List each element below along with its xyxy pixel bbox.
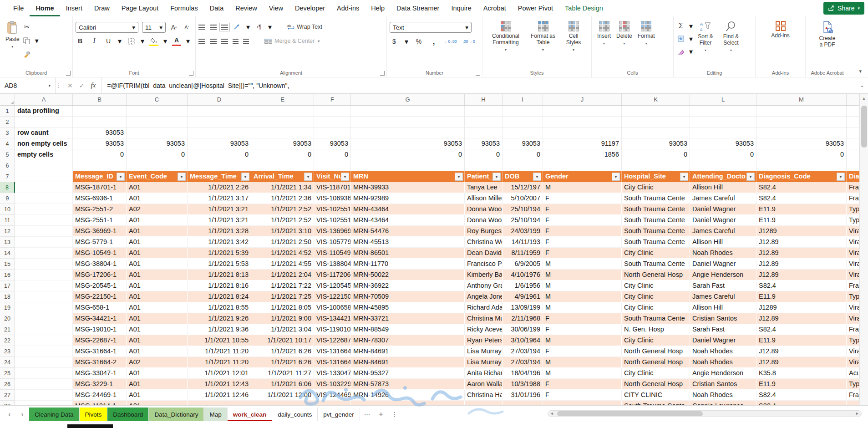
cell[interactable]: North General Hosp bbox=[622, 379, 690, 390]
cell[interactable] bbox=[15, 182, 73, 193]
cell[interactable]: VIS-136969 bbox=[314, 226, 351, 237]
cell[interactable]: J12.89 bbox=[756, 248, 847, 259]
cell[interactable]: 1/1/2021 8:13 bbox=[188, 270, 251, 280]
cell[interactable] bbox=[543, 127, 622, 138]
cell[interactable]: MRN-95327 bbox=[351, 368, 465, 379]
cell[interactable]: 93053 bbox=[622, 138, 690, 149]
column-header-F[interactable]: F bbox=[314, 94, 351, 105]
column-header-B[interactable]: B bbox=[73, 94, 127, 105]
filter-icon[interactable]: ▾ bbox=[455, 173, 463, 181]
cell[interactable]: row caunt bbox=[15, 127, 73, 138]
clear-button[interactable] bbox=[676, 46, 685, 56]
row-number-8[interactable]: 8 bbox=[0, 182, 15, 193]
addins-button[interactable]: Add-ins bbox=[768, 19, 792, 68]
cell[interactable] bbox=[188, 401, 251, 405]
cell[interactable]: Vira bbox=[847, 270, 859, 280]
cell[interactable]: MSG-24469-1 bbox=[73, 390, 127, 401]
cell[interactable]: VIS-102551 bbox=[314, 204, 351, 215]
sheet-tab-map[interactable]: Map bbox=[204, 408, 227, 421]
cell[interactable]: F bbox=[543, 379, 622, 390]
cell[interactable]: 1/1/2021 11:20 bbox=[188, 346, 251, 357]
cell[interactable]: M bbox=[543, 259, 622, 270]
increase-indent-icon[interactable] bbox=[243, 39, 249, 44]
cell[interactable]: 1/1/2021 2:26 bbox=[188, 182, 251, 193]
dialog-launcher[interactable] bbox=[66, 71, 71, 76]
insert-cells-button[interactable]: Insert ▾ bbox=[594, 19, 614, 68]
filter-icon[interactable]: ▾ bbox=[492, 173, 501, 181]
cell[interactable] bbox=[756, 160, 847, 171]
cell[interactable]: Richard Ada bbox=[465, 302, 503, 313]
cell[interactable]: City Clinic bbox=[622, 368, 690, 379]
row-number-13[interactable]: 13 bbox=[0, 237, 15, 248]
column-header-L[interactable]: L bbox=[690, 94, 756, 105]
cell[interactable]: 1/1/2021 5:53 bbox=[188, 259, 251, 270]
collapse-ribbon-button[interactable]: ▾ bbox=[859, 68, 862, 74]
row-number-26[interactable]: 26 bbox=[0, 379, 15, 390]
cell[interactable]: South Trauma Cente bbox=[622, 193, 690, 204]
cell[interactable]: Aaron Walla bbox=[465, 379, 503, 390]
cell[interactable]: 31/01/196 bbox=[503, 390, 543, 401]
cell[interactable]: A02 bbox=[127, 357, 188, 368]
cell[interactable] bbox=[15, 160, 73, 171]
cell[interactable]: 1/1/2021 2:52 bbox=[251, 204, 314, 215]
row-number-22[interactable]: 22 bbox=[0, 335, 15, 346]
filter-icon[interactable]: ▾ bbox=[304, 173, 312, 181]
table-column-header-gender[interactable]: Gender▾ bbox=[543, 171, 622, 182]
cell[interactable]: MRN-33721 bbox=[351, 313, 465, 324]
cell[interactable]: 1/1/2021 11:27 bbox=[251, 368, 314, 379]
cell[interactable]: 93053 bbox=[251, 138, 314, 149]
cell[interactable]: A01 bbox=[127, 379, 188, 390]
menu-item-page-layout[interactable]: Page Layout bbox=[116, 0, 164, 16]
cell[interactable] bbox=[73, 106, 127, 117]
cell[interactable]: 1/1/2021 2:04 bbox=[251, 270, 314, 280]
cell[interactable] bbox=[622, 106, 690, 117]
horizontal-scrollbar-thumb[interactable] bbox=[557, 411, 703, 416]
cell[interactable] bbox=[756, 127, 847, 138]
sheet-tab-daily-counts[interactable]: daily_counts bbox=[272, 408, 318, 421]
cell[interactable]: Noah Rhodes bbox=[690, 346, 756, 357]
cell[interactable] bbox=[15, 368, 73, 379]
cell[interactable]: Frac bbox=[847, 182, 859, 193]
row-number-2[interactable]: 2 bbox=[0, 117, 15, 127]
cell[interactable]: North General Hosp bbox=[622, 357, 690, 368]
cell[interactable]: 1/1/2021 4:55 bbox=[251, 259, 314, 270]
menu-item-table-design[interactable]: Table Design bbox=[559, 0, 609, 16]
cell[interactable] bbox=[251, 106, 314, 117]
horizontal-scrollbar[interactable]: ◄ ► bbox=[548, 410, 862, 417]
fill-button[interactable] bbox=[676, 34, 685, 44]
percent-button[interactable]: % bbox=[414, 36, 423, 46]
insert-function-icon[interactable]: fx bbox=[91, 82, 96, 89]
conditional-formatting-button[interactable]: Conditional Formatting ▾ bbox=[485, 19, 526, 68]
cell[interactable]: data profiling bbox=[15, 106, 73, 117]
table-column-header-message-time[interactable]: Message_Time▾ bbox=[188, 171, 251, 182]
cell[interactable]: 0 bbox=[503, 149, 543, 160]
cell[interactable]: VIS-131664 bbox=[314, 346, 351, 357]
cell[interactable]: Christina We bbox=[465, 237, 503, 248]
cell[interactable]: Daniel Wagner bbox=[690, 259, 756, 270]
cell[interactable]: Type bbox=[847, 379, 859, 390]
cell[interactable]: F bbox=[543, 204, 622, 215]
cell[interactable]: Type bbox=[847, 291, 859, 302]
dialog-launcher[interactable] bbox=[476, 71, 480, 76]
formula-bar-grip[interactable]: ⋮ bbox=[56, 82, 62, 89]
cell[interactable]: A01 bbox=[127, 291, 188, 302]
cell[interactable]: A01 bbox=[127, 226, 188, 237]
cell[interactable] bbox=[314, 127, 351, 138]
chevron-down-icon[interactable]: ▾ bbox=[118, 37, 122, 46]
cell[interactable] bbox=[351, 401, 465, 405]
cell[interactable]: Acut bbox=[847, 368, 859, 379]
cell[interactable]: VIS-106936 bbox=[314, 193, 351, 204]
cancel-icon[interactable]: ✕ bbox=[67, 82, 73, 89]
cell[interactable]: VIS-134421 bbox=[314, 313, 351, 324]
cell[interactable]: 93053 bbox=[73, 138, 127, 149]
cell[interactable]: 27/03/194 bbox=[503, 346, 543, 357]
cell[interactable]: MSG-3229-1 bbox=[73, 379, 127, 390]
cell[interactable]: 1/1/2021 3:42 bbox=[188, 237, 251, 248]
format-painter-button[interactable] bbox=[22, 49, 31, 59]
cell[interactable]: Lisa Murray bbox=[465, 357, 503, 368]
cell[interactable] bbox=[15, 346, 73, 357]
cell[interactable] bbox=[690, 160, 756, 171]
filter-icon[interactable]: ▾ bbox=[746, 173, 755, 181]
chevron-down-icon[interactable]: ▾ bbox=[268, 23, 272, 31]
menu-item-acrobat[interactable]: Acrobat bbox=[477, 0, 512, 16]
